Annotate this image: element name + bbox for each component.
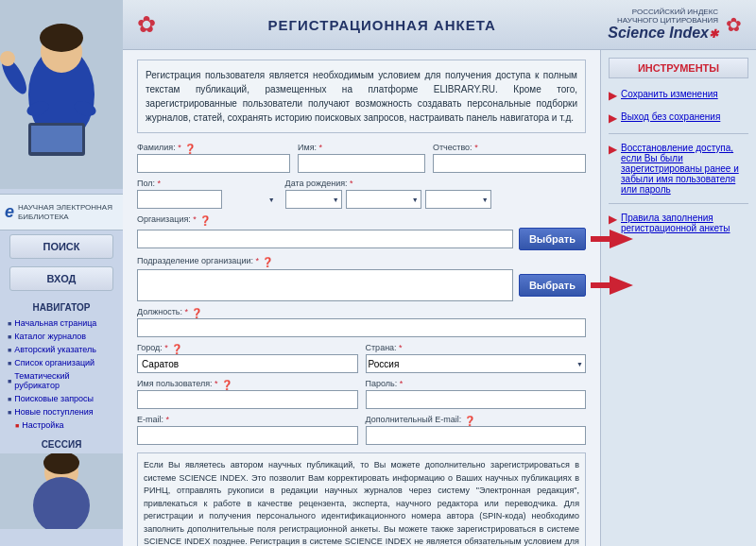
tools-sidebar: ИНСТРУМЕНТЫ ▶ Сохранить изменения ▶ Выхо… bbox=[600, 50, 756, 546]
gender-select-wrapper: Мужской Женский bbox=[137, 190, 278, 209]
header: ✿ РЕГИСТРАЦИОННАЯ АНКЕТА РОССИЙСКИЙ ИНДЕ… bbox=[123, 0, 756, 50]
country-label: Страна: * bbox=[366, 343, 403, 352]
nav-orgs[interactable]: Список организаций bbox=[8, 356, 115, 369]
save-arrow-icon: ▶ bbox=[609, 89, 617, 102]
session-title: СЕССИЯ bbox=[42, 439, 82, 450]
nav-search-queries[interactable]: Поисковые запросы bbox=[8, 392, 115, 405]
org-info-icon[interactable]: ❓ bbox=[199, 215, 211, 226]
help-rules-label[interactable]: Правила заполнения регистрационной анкет… bbox=[621, 213, 748, 233]
email-row: E-mail: * Дополнительный E-mail: ❓ bbox=[137, 415, 586, 445]
middlename-group: Отчество: * bbox=[433, 143, 586, 173]
dob-month-select[interactable] bbox=[346, 190, 421, 209]
flower-icon-left: ✿ bbox=[137, 11, 156, 38]
nav-home[interactable]: Начальная страница bbox=[8, 316, 115, 330]
org-input[interactable] bbox=[137, 230, 513, 248]
position-info-icon[interactable]: ❓ bbox=[191, 308, 202, 318]
brand-star: ✱ bbox=[709, 27, 718, 41]
dept-label: Подразделение организации: * bbox=[137, 256, 259, 265]
dept-choose-button[interactable]: Выбрать bbox=[519, 274, 586, 297]
brand-name: Science Index✱ bbox=[608, 25, 718, 42]
tools-separator2 bbox=[609, 203, 748, 204]
firstname-input[interactable] bbox=[298, 154, 425, 173]
header-right: РОССИЙСКИЙ ИНДЕКС НАУЧНОГО ЦИТИРОВАНИЯ S… bbox=[608, 8, 742, 42]
dob-year-select[interactable] bbox=[425, 190, 491, 209]
password-input[interactable] bbox=[366, 390, 587, 409]
svg-rect-5 bbox=[31, 126, 82, 152]
bottom-text: Если Вы являетесь автором научных публик… bbox=[137, 452, 586, 546]
person-image-bottom bbox=[0, 453, 123, 529]
login-button[interactable]: ВХОД bbox=[9, 266, 113, 291]
page-title: РЕГИСТРАЦИОННАЯ АНКЕТА bbox=[268, 17, 496, 33]
position-input[interactable] bbox=[137, 318, 586, 337]
email-input[interactable] bbox=[137, 426, 358, 445]
save-changes-label[interactable]: Сохранить изменения bbox=[621, 89, 718, 99]
city-input[interactable]: Саратов bbox=[137, 354, 358, 373]
restore-access-label[interactable]: Восстановление доступа, если Вы были зар… bbox=[621, 143, 748, 195]
logo-e-letter: e bbox=[5, 202, 14, 222]
exit-nosave-tool[interactable]: ▶ Выход без сохранения bbox=[609, 109, 748, 128]
email2-input[interactable] bbox=[366, 426, 587, 445]
exit-nosave-label[interactable]: Выход без сохранения bbox=[621, 111, 720, 122]
country-select[interactable]: Россия bbox=[366, 354, 587, 373]
svg-point-9 bbox=[0, 51, 15, 66]
tools-separator bbox=[609, 133, 748, 134]
middlename-label: Отчество: * bbox=[433, 143, 478, 152]
dept-input[interactable] bbox=[137, 269, 513, 301]
dob-day-wrapper bbox=[285, 190, 342, 209]
nav-authors[interactable]: Авторский указатель bbox=[8, 343, 115, 356]
gender-label: Пол: * bbox=[137, 179, 278, 188]
search-button[interactable]: ПОИСК bbox=[9, 234, 113, 259]
city-label: Город: * bbox=[137, 343, 168, 352]
restore-arrow-icon: ▶ bbox=[609, 143, 617, 156]
svg-marker-14 bbox=[591, 230, 633, 248]
dob-day-select[interactable] bbox=[285, 190, 342, 209]
country-select-wrapper: Россия bbox=[366, 354, 587, 373]
email2-group: Дополнительный E-mail: ❓ bbox=[366, 415, 587, 445]
person-image-top bbox=[0, 0, 123, 189]
elibrary-logo[interactable]: e НАУЧНАЯ ЭЛЕКТРОННАЯ БИБЛИОТЕКА bbox=[0, 194, 123, 230]
org-label: Организация: * bbox=[137, 214, 197, 224]
country-group: Страна: * Россия bbox=[366, 343, 587, 373]
restore-access-tool[interactable]: ▶ Восстановление доступа, если Вы были з… bbox=[609, 140, 748, 197]
email2-info-icon[interactable]: ❓ bbox=[464, 416, 475, 426]
science-index-logo: РОССИЙСКИЙ ИНДЕКС НАУЧНОГО ЦИТИРОВАНИЯ S… bbox=[608, 8, 718, 42]
city-info-icon[interactable]: ❓ bbox=[171, 344, 182, 354]
nav-new-arrivals[interactable]: Новые поступления bbox=[8, 405, 115, 418]
lastname-group: Фамилия: * ❓ bbox=[137, 143, 290, 173]
svg-marker-15 bbox=[591, 276, 633, 295]
username-input[interactable] bbox=[137, 390, 358, 409]
save-changes-tool[interactable]: ▶ Сохранить изменения bbox=[609, 86, 748, 105]
dept-arrow-icon bbox=[591, 276, 633, 295]
lastname-info-icon[interactable]: ❓ bbox=[184, 144, 196, 154]
brand-line1: РОССИЙСКИЙ ИНДЕКС bbox=[608, 8, 718, 16]
password-group: Пароль: * bbox=[366, 379, 587, 409]
email-label: E-mail: * bbox=[137, 415, 169, 424]
logo-text: НАУЧНАЯ ЭЛЕКТРОННАЯ БИБЛИОТЕКА bbox=[18, 203, 112, 221]
lastname-input[interactable] bbox=[137, 154, 290, 173]
flower-icon-right: ✿ bbox=[726, 13, 742, 36]
navigator-section: НАВИГАТОР Начальная страница Каталог жур… bbox=[0, 295, 123, 432]
username-info-icon[interactable]: ❓ bbox=[221, 380, 232, 390]
brand-line2: НАУЧНОГО ЦИТИРОВАНИЯ bbox=[608, 16, 718, 25]
nav-thematic[interactable]: Тематический рубрикатор bbox=[8, 369, 115, 392]
intro-text: Регистрация пользователя является необхо… bbox=[137, 60, 586, 133]
username-label: Имя пользователя: * bbox=[137, 379, 218, 388]
name-row: Фамилия: * ❓ Имя: * Отчество: * bbox=[137, 143, 586, 173]
credentials-row: Имя пользователя: * ❓ Пароль: * bbox=[137, 379, 586, 409]
org-choose-button[interactable]: Выбрать bbox=[519, 228, 586, 250]
firstname-label: Имя: * bbox=[298, 143, 322, 152]
nav-settings[interactable]: Настройка bbox=[8, 418, 115, 432]
middlename-required: * bbox=[472, 143, 478, 152]
nav-journals[interactable]: Каталог журналов bbox=[8, 330, 115, 343]
gender-select[interactable]: Мужской Женский bbox=[137, 190, 222, 209]
password-label: Пароль: * bbox=[366, 379, 404, 388]
email2-label: Дополнительный E-mail: bbox=[366, 415, 462, 424]
middlename-input[interactable] bbox=[433, 154, 586, 173]
gender-group: Пол: * Мужской Женский bbox=[137, 179, 278, 209]
dept-info-icon[interactable]: ❓ bbox=[262, 257, 273, 267]
lastname-required: * bbox=[176, 143, 181, 152]
content-area: Регистрация пользователя является необхо… bbox=[123, 50, 756, 546]
dob-year-wrapper bbox=[425, 190, 491, 209]
city-country-row: Город: * ❓ Саратов Страна: * Россия bbox=[137, 343, 586, 373]
position-group: Должность: * ❓ bbox=[137, 307, 586, 337]
